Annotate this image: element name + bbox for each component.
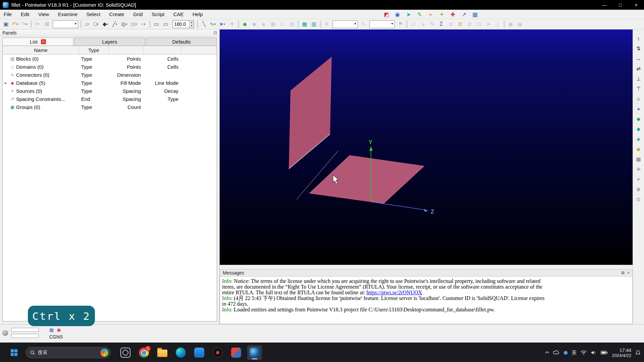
menu-item[interactable]: File — [0, 11, 15, 17]
taskbar-clock[interactable]: 17:44 2024/4/22 — [612, 348, 631, 358]
monitor-button[interactable]: ▭ — [278, 20, 287, 28]
join-button[interactable]: ⊠ — [42, 20, 52, 28]
table-alt-button[interactable]: ▥ — [309, 20, 319, 28]
tree-row-connectors[interactable]: ∿ Connectors (0) Type Dimension — [3, 71, 217, 79]
spline-button[interactable]: ∿ — [359, 20, 368, 28]
view-front-icon[interactable]: ↕ — [634, 34, 643, 43]
database-a-button[interactable]: ◉ — [506, 20, 515, 28]
tree-row-sources[interactable]: ✦ Sources (0) Type Spacing Decay — [3, 87, 217, 95]
wifi-icon[interactable] — [581, 350, 587, 355]
tree-row-spacing-constraints[interactable]: ↗ Spacing Constraints... End Spacing Typ… — [3, 95, 217, 103]
view-back-icon[interactable]: ⇅ — [634, 44, 643, 53]
view-bottom-icon[interactable]: ⊤ — [634, 84, 643, 93]
arrow-create-button[interactable]: ➤▾ — [218, 20, 227, 28]
diamond-tool-button[interactable]: ◆▾ — [101, 20, 111, 28]
dimension-tool-button[interactable]: ▱ — [83, 20, 92, 28]
messages-close-button[interactable]: × — [627, 270, 630, 275]
notification-bell-icon[interactable] — [635, 350, 641, 355]
view-iso-icon[interactable]: ⌂ — [634, 95, 643, 103]
solve-run-button[interactable]: ◈ — [259, 20, 268, 28]
menu-item[interactable]: Grid — [129, 11, 146, 17]
line-tool-button[interactable]: ╱▾ — [111, 20, 120, 28]
close-button[interactable]: × — [628, 0, 644, 10]
tree-row-domains[interactable]: ◇ Domains (0) Type Points Cells — [3, 63, 217, 71]
star-icon[interactable]: ✦ — [437, 10, 446, 19]
mask-icon[interactable]: ◩ — [382, 10, 391, 19]
tab-list[interactable]: List × — [2, 38, 73, 46]
grid-cells-button[interactable]: ▤ — [287, 20, 297, 28]
exclude-button[interactable]: ⊘ — [465, 20, 474, 28]
probe-icon[interactable]: ⊙ — [634, 195, 643, 203]
view-top-icon[interactable]: ⊥ — [634, 74, 643, 83]
spacing-combo[interactable] — [369, 20, 395, 28]
menu-item[interactable]: CAE — [170, 11, 187, 17]
view-left-icon[interactable]: ↔ — [634, 54, 643, 63]
battery-icon[interactable] — [601, 351, 608, 355]
spin-up-icon[interactable]: ▲ — [190, 21, 194, 24]
panel-grid-icon[interactable]: ▦ — [471, 10, 479, 19]
merge-button[interactable]: ⊘ — [446, 20, 455, 28]
menu-item[interactable]: Create — [106, 11, 128, 17]
taskbar-app-media[interactable] — [229, 345, 244, 360]
marker-green-icon[interactable]: ◆ — [634, 115, 643, 123]
grid-button[interactable]: ▦ — [268, 20, 278, 28]
curve-create-button[interactable]: ∿▾ — [209, 20, 218, 28]
flash-icon[interactable]: ➢ — [426, 10, 435, 19]
minimize-button[interactable]: — — [597, 0, 612, 10]
maximize-button[interactable]: □ — [612, 0, 628, 10]
column-header-type[interactable]: Type — [79, 46, 109, 54]
menu-item[interactable]: Script — [148, 11, 168, 17]
axis-cross-icon[interactable]: ✛ — [634, 165, 643, 173]
save-button[interactable]: ▣ — [1, 20, 11, 28]
redo-button[interactable]: ↷▾ — [20, 20, 30, 28]
tab-defaults[interactable]: Defaults — [146, 38, 217, 46]
spin-down-icon[interactable]: ▼ — [190, 24, 194, 28]
license-link[interactable]: https://ptwi.se/2rONUOX — [367, 290, 422, 295]
globe-icon[interactable]: ◉ — [393, 10, 402, 19]
surface-tool-button[interactable]: ▤▾ — [129, 20, 139, 28]
database-b-button[interactable]: ◉ — [515, 20, 525, 28]
hidden-icons-chevron[interactable] — [545, 351, 549, 354]
pencil-icon[interactable]: ✎ — [415, 10, 424, 19]
revolve-tool-button[interactable]: ◗▾ — [139, 20, 148, 28]
expand-arrow-icon[interactable]: ▸ — [3, 81, 9, 85]
volume-icon[interactable] — [591, 350, 597, 355]
tray-blue-dot-icon[interactable] — [564, 351, 568, 355]
column-header-name[interactable]: Name — [3, 46, 79, 54]
angle-spinbox[interactable]: 180.0 ▲▼ — [172, 20, 194, 28]
search-highlight-icon[interactable] — [100, 349, 108, 357]
jump-icon[interactable]: ↗ — [460, 10, 468, 19]
marker-gold-icon[interactable]: ◆ — [634, 145, 643, 153]
taskbar-app-edge[interactable] — [173, 345, 188, 360]
solve-init-button[interactable]: ◆ — [250, 20, 259, 28]
tab-close-icon[interactable]: × — [41, 39, 46, 44]
axes-button[interactable]: ✛ — [227, 20, 237, 28]
column-header-4[interactable] — [144, 46, 181, 54]
messages-float-button[interactable]: ⊞ — [621, 270, 625, 275]
display-button[interactable]: ▭ — [152, 20, 161, 28]
circle-target-icon[interactable]: ⊕ — [634, 185, 643, 193]
pick-arrow-button[interactable]: ➤ — [484, 20, 493, 28]
view-sphere-icon[interactable]: ● — [634, 105, 643, 113]
send-icon[interactable]: ➤ — [404, 10, 413, 19]
tree-row-blocks[interactable]: ▧ Blocks (0) Type Points Cells — [3, 55, 217, 63]
menu-item[interactable]: View — [35, 11, 53, 17]
menu-item[interactable]: Select — [83, 11, 104, 17]
taskbar-app-recorder[interactable] — [210, 345, 225, 360]
taskbar-search[interactable]: 搜索 — [25, 347, 111, 358]
start-button[interactable] — [8, 347, 20, 359]
panel-float-button[interactable]: ⊡ — [214, 31, 217, 35]
view-right-icon[interactable]: ⇄ — [634, 64, 643, 73]
dimension-combo[interactable] — [332, 20, 358, 28]
ime-language-indicator[interactable]: 英 — [572, 350, 577, 356]
pick-button[interactable]: ⊡ — [474, 20, 484, 28]
repair-icon[interactable]: ✚ — [448, 10, 457, 19]
grid-ruler-icon[interactable]: ▦ — [634, 155, 643, 163]
undo-button[interactable]: ↶▾ — [11, 20, 20, 28]
box-tool-button[interactable]: □▾ — [92, 20, 101, 28]
table-button[interactable]: ▦ — [300, 20, 309, 28]
project-arrow-button[interactable]: ↘ — [418, 20, 427, 28]
tab-layers[interactable]: Layers — [74, 38, 145, 46]
project-button[interactable]: ▱ — [409, 20, 418, 28]
taskbar-app-chrome[interactable]: 1 — [137, 345, 151, 360]
